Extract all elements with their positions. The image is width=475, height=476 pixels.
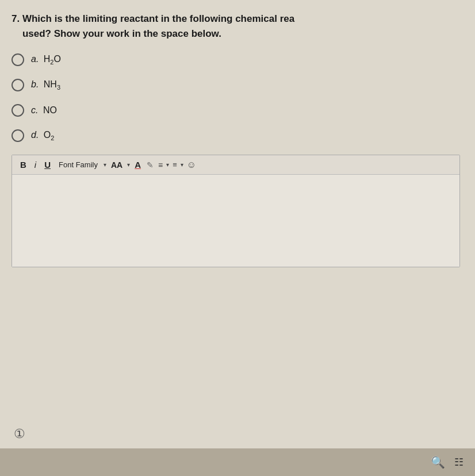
format-lines-button[interactable]: ≡ bbox=[158, 160, 163, 170]
font-family-button[interactable]: Font Family bbox=[56, 159, 100, 170]
option-c[interactable]: c. NO bbox=[12, 104, 458, 117]
grid-icon[interactable]: ☷ bbox=[454, 456, 463, 469]
format-lines-arrow: ▾ bbox=[166, 162, 169, 168]
radio-a[interactable] bbox=[12, 53, 24, 66]
option-b-label: b. NH3 bbox=[31, 79, 60, 91]
bold-button[interactable]: B bbox=[18, 159, 29, 170]
option-d[interactable]: d. O2 bbox=[12, 129, 458, 142]
underline-button[interactable]: U bbox=[42, 159, 53, 170]
radio-c[interactable] bbox=[12, 104, 24, 117]
list-arrow: ▾ bbox=[181, 162, 183, 168]
option-a-label: a. H2O bbox=[31, 54, 61, 66]
font-family-arrow: ▾ bbox=[104, 162, 106, 168]
italic-button[interactable]: i bbox=[32, 159, 39, 170]
option-c-label: c. NO bbox=[31, 105, 57, 116]
radio-d[interactable] bbox=[12, 129, 24, 142]
clock-icon[interactable]: ① bbox=[14, 427, 25, 442]
list-button[interactable]: ≡ bbox=[173, 160, 177, 169]
question-number: 7. bbox=[12, 13, 20, 24]
option-b[interactable]: b. NH3 bbox=[12, 79, 458, 91]
radio-b[interactable] bbox=[12, 79, 24, 91]
smiley-button[interactable]: ☺ bbox=[187, 160, 196, 170]
text-editor: B i U Font Family ▾ AA ▾ A ✎ ≡ ▾ ≡ ▾ ☺ bbox=[12, 155, 460, 267]
bottom-bar: 🔍 ☷ bbox=[0, 448, 475, 476]
option-d-label: d. O2 bbox=[31, 130, 54, 141]
page-container: 7. Which is the limiting reactant in the… bbox=[0, 0, 475, 476]
search-icon[interactable]: 🔍 bbox=[431, 455, 445, 469]
aa-button[interactable]: AA bbox=[110, 159, 124, 171]
aa-arrow: ▾ bbox=[127, 162, 130, 168]
question-block: 7. Which is the limiting reactant in the… bbox=[12, 11, 458, 142]
question-body: Which is the limiting reactant in the fo… bbox=[12, 13, 294, 39]
color-a-button[interactable]: A bbox=[133, 159, 142, 171]
editor-toolbar: B i U Font Family ▾ AA ▾ A ✎ ≡ ▾ ≡ ▾ ☺ bbox=[12, 155, 459, 175]
question-text: 7. Which is the limiting reactant in the… bbox=[12, 11, 458, 41]
pencil-icon[interactable]: ✎ bbox=[145, 159, 155, 171]
option-a[interactable]: a. H2O bbox=[12, 53, 458, 66]
editor-body[interactable] bbox=[12, 175, 459, 267]
